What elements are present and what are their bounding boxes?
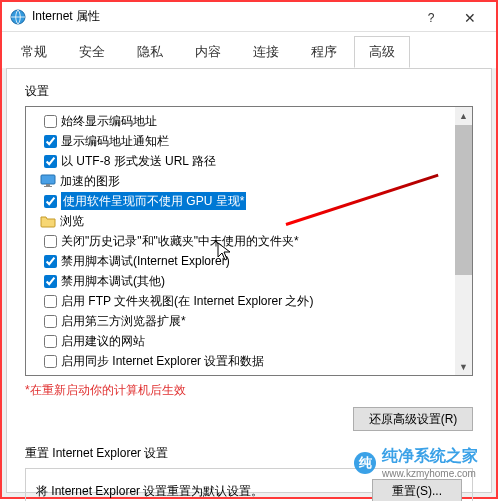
tab-advanced[interactable]: 高级 — [354, 36, 410, 68]
settings-tree[interactable]: 始终显示编码地址 显示编码地址通知栏 以 UTF-8 形式发送 URL 路径 加… — [25, 106, 473, 376]
watermark-brand: 纯净系统之家 — [382, 446, 478, 467]
tree-item-gpu[interactable]: 使用软件呈现而不使用 GPU 呈现* — [26, 191, 472, 211]
tree-group-accel: 加速的图形 — [26, 171, 472, 191]
globe-icon — [10, 9, 26, 25]
restart-note: *在重新启动你的计算机后生效 — [25, 382, 473, 399]
checkbox[interactable] — [44, 355, 57, 368]
checkbox[interactable] — [44, 315, 57, 328]
scrollbar-thumb[interactable] — [455, 125, 472, 275]
dialog-body: 设置 始终显示编码地址 显示编码地址通知栏 以 UTF-8 形式发送 URL 路… — [6, 68, 492, 493]
tree-item[interactable]: 启用第三方浏览器扩展* — [26, 311, 472, 331]
tab-general[interactable]: 常规 — [6, 36, 62, 68]
tab-privacy[interactable]: 隐私 — [122, 36, 178, 68]
settings-label: 设置 — [25, 83, 473, 100]
reset-desc: 将 Internet Explorer 设置重置为默认设置。 — [36, 483, 372, 500]
tree-group-browsing: 浏览 — [26, 211, 472, 231]
tab-security[interactable]: 安全 — [64, 36, 120, 68]
scrollbar-down[interactable]: ▼ — [455, 358, 472, 375]
reset-button[interactable]: 重置(S)... — [372, 479, 462, 501]
svg-rect-1 — [41, 175, 55, 184]
folder-icon — [40, 214, 56, 228]
monitor-icon — [40, 174, 56, 188]
tab-content[interactable]: 内容 — [180, 36, 236, 68]
close-button[interactable]: ✕ — [448, 6, 492, 30]
checkbox[interactable] — [44, 135, 57, 148]
svg-rect-3 — [44, 186, 52, 187]
tree-item[interactable]: 启用同步 Internet Explorer 设置和数据 — [26, 351, 472, 371]
tree-item[interactable]: 始终显示编码地址 — [26, 111, 472, 131]
watermark: 纯 纯净系统之家 www.kzmyhome.com — [354, 446, 478, 479]
tree-item[interactable]: 启用 FTP 文件夹视图(在 Internet Explorer 之外) — [26, 291, 472, 311]
window-title: Internet 属性 — [32, 8, 100, 25]
checkbox[interactable] — [44, 335, 57, 348]
tree-item[interactable]: 禁用脚本调试(Internet Explorer) — [26, 251, 472, 271]
checkbox[interactable] — [44, 255, 57, 268]
watermark-url: www.kzmyhome.com — [382, 469, 478, 479]
tab-connections[interactable]: 连接 — [238, 36, 294, 68]
tree-item[interactable]: 禁用脚本调试(其他) — [26, 271, 472, 291]
checkbox[interactable] — [44, 155, 57, 168]
scrollbar-up[interactable]: ▲ — [455, 107, 472, 124]
help-button[interactable]: ? — [416, 6, 446, 30]
tree-item[interactable]: 显示编码地址通知栏 — [26, 131, 472, 151]
checkbox[interactable] — [44, 115, 57, 128]
tree-item[interactable]: 启用建议的网站 — [26, 331, 472, 351]
checkbox[interactable] — [44, 275, 57, 288]
checkbox[interactable] — [44, 295, 57, 308]
restore-defaults-button[interactable]: 还原高级设置(R) — [353, 407, 473, 431]
checkbox[interactable] — [44, 235, 57, 248]
checkbox[interactable] — [44, 195, 57, 208]
watermark-logo-icon: 纯 — [354, 452, 376, 474]
tree-item[interactable]: 以 UTF-8 形式发送 URL 路径 — [26, 151, 472, 171]
tab-programs[interactable]: 程序 — [296, 36, 352, 68]
tab-bar: 常规 安全 隐私 内容 连接 程序 高级 — [2, 32, 496, 68]
tree-item[interactable]: 关闭"历史记录"和"收藏夹"中未使用的文件夹* — [26, 231, 472, 251]
svg-rect-2 — [46, 184, 50, 186]
